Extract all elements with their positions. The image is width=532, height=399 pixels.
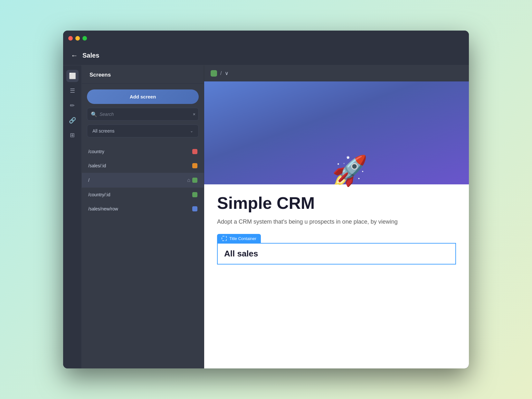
left-panel: Screens Add screen 🔍 × All screens ⌄ (82, 65, 204, 368)
chevron-down-icon: ⌄ (190, 129, 193, 133)
sidebar-item-table[interactable]: ⊞ (66, 129, 79, 141)
preview-hero: 🚀 (204, 81, 469, 184)
minimize-button[interactable] (75, 36, 80, 41)
screen-item-sales-new-row[interactable]: /sales/new/row (82, 202, 204, 216)
toolbar-color-box (211, 70, 217, 77)
screens-filter-dropdown: All screens ⌄ (87, 125, 199, 137)
preview-title: Simple CRM (217, 194, 456, 212)
canvas-viewport: 🚀 Simple CRM Adopt a CRM system that's b… (204, 81, 469, 368)
screen-color-indicator (192, 163, 197, 168)
screen-color-indicator (192, 192, 197, 197)
screen-item-country[interactable]: /country (82, 144, 204, 159)
icon-sidebar: ⬜ ☰ ✏ 🔗 ⊞ (63, 65, 82, 368)
titlebar (63, 31, 469, 46)
screen-item-icons (192, 206, 197, 211)
screen-path: /country (88, 149, 192, 154)
canvas-area: / ∨ 🚀 Simple CRM Adopt a CRM system that… (204, 65, 469, 368)
search-clear-button[interactable]: × (193, 112, 195, 117)
sidebar-item-screens[interactable]: ⬜ (66, 70, 79, 82)
screen-path: /sales/new/row (88, 206, 192, 211)
screen-icon: ⬜ (69, 72, 76, 79)
panel-body: Add screen 🔍 × All screens ⌄ (82, 84, 204, 143)
title-container-badge: Title Container (217, 234, 261, 243)
link-icon: 🔗 (69, 117, 76, 124)
panel-title: Screens (90, 72, 111, 78)
preview-content: 🚀 Simple CRM Adopt a CRM system that's b… (204, 81, 469, 368)
rocket-emoji: 🚀 (332, 154, 368, 188)
toolbar-slash: / (220, 70, 222, 76)
sidebar-item-list[interactable]: ☰ (66, 85, 79, 97)
search-container: 🔍 × (87, 108, 199, 121)
traffic-lights (68, 36, 87, 41)
maximize-button[interactable] (82, 36, 87, 41)
badge-dashed-icon (222, 236, 227, 241)
dropdown-selected-label: All screens (92, 128, 114, 134)
title-container-section: Title Container All sales (217, 234, 456, 264)
add-screen-button[interactable]: Add screen (87, 89, 199, 104)
app-header: ← Sales (63, 46, 469, 65)
panel-header: Screens (82, 65, 204, 84)
list-icon: ☰ (70, 87, 75, 94)
all-sales-box: All sales (217, 243, 456, 264)
sidebar-item-brush[interactable]: ✏ (66, 99, 79, 112)
screen-item-country-id[interactable]: /country/:id (82, 188, 204, 202)
back-button[interactable]: ← (71, 51, 78, 60)
close-button[interactable] (68, 36, 73, 41)
app-window: ← Sales ⬜ ☰ ✏ 🔗 ⊞ Screens (63, 31, 469, 368)
brush-icon: ✏ (70, 102, 75, 109)
screen-item-icons (192, 163, 197, 168)
screen-color-indicator (192, 206, 197, 211)
screen-item-root[interactable]: / ⌂ (82, 173, 204, 188)
screen-path: /sales/:id (88, 163, 192, 168)
screen-item-icons (192, 149, 197, 154)
screen-path: / (88, 178, 187, 183)
app-title: Sales (82, 52, 99, 59)
toolbar-chevron-down-icon[interactable]: ∨ (225, 70, 229, 76)
screen-color-indicator (192, 178, 197, 183)
screen-item-icons: ⌂ (187, 177, 197, 183)
search-input[interactable] (87, 108, 199, 121)
screen-item-icons (192, 192, 197, 197)
screen-item-sales-id[interactable]: /sales/:id (82, 159, 204, 173)
all-sales-text: All sales (224, 249, 258, 258)
canvas-toolbar: / ∨ (204, 65, 469, 81)
sidebar-item-link[interactable]: 🔗 (66, 114, 79, 126)
screen-path: /country/:id (88, 192, 192, 197)
dropdown-button[interactable]: All screens ⌄ (87, 125, 199, 137)
home-icon: ⌂ (187, 177, 190, 183)
screen-list: /country /sales/:id / ⌂ (82, 144, 204, 216)
table-icon: ⊞ (70, 132, 75, 139)
preview-frame: 🚀 Simple CRM Adopt a CRM system that's b… (204, 81, 469, 368)
title-container-label: Title Container (229, 236, 256, 241)
preview-description: Adopt a CRM system that's being u prospe… (217, 218, 456, 226)
preview-body: Simple CRM Adopt a CRM system that's bei… (204, 184, 469, 368)
screen-color-indicator (192, 149, 197, 154)
main-content: ⬜ ☰ ✏ 🔗 ⊞ Screens Add screen (63, 65, 469, 368)
